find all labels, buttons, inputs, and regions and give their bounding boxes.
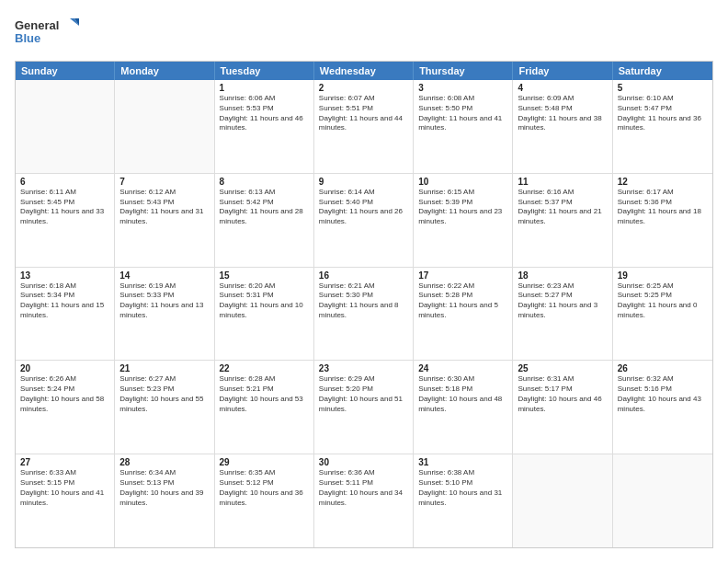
header-day: Sunday	[16, 62, 115, 80]
cell-info: Sunrise: 6:36 AM Sunset: 5:11 PM Dayligh…	[319, 468, 408, 508]
cell-info: Sunrise: 6:27 AM Sunset: 5:23 PM Dayligh…	[119, 374, 209, 414]
calendar-cell: 15Sunrise: 6:20 AM Sunset: 5:31 PM Dayli…	[215, 268, 314, 361]
calendar-cell: 12Sunrise: 6:17 AM Sunset: 5:36 PM Dayli…	[613, 174, 712, 267]
cell-info: Sunrise: 6:06 AM Sunset: 5:53 PM Dayligh…	[220, 94, 309, 133]
day-number: 13	[20, 270, 109, 281]
day-number: 28	[119, 457, 209, 467]
calendar-cell: 11Sunrise: 6:16 AM Sunset: 5:37 PM Dayli…	[513, 174, 612, 267]
calendar-cell: 9Sunrise: 6:14 AM Sunset: 5:40 PM Daylig…	[314, 174, 414, 267]
day-number: 10	[418, 177, 507, 187]
day-number: 26	[618, 363, 708, 373]
calendar-row: 6Sunrise: 6:11 AM Sunset: 5:45 PM Daylig…	[16, 174, 712, 268]
calendar-cell: 10Sunrise: 6:15 AM Sunset: 5:39 PM Dayli…	[414, 174, 513, 267]
day-number: 21	[119, 363, 209, 373]
header: General Blue	[15, 15, 713, 52]
header-day: Saturday	[613, 62, 712, 80]
calendar-cell: 18Sunrise: 6:23 AM Sunset: 5:27 PM Dayli…	[513, 268, 612, 361]
cell-info: Sunrise: 6:28 AM Sunset: 5:21 PM Dayligh…	[220, 374, 309, 414]
cell-info: Sunrise: 6:17 AM Sunset: 5:36 PM Dayligh…	[618, 188, 708, 227]
calendar-cell	[613, 454, 712, 547]
day-number: 20	[20, 363, 109, 373]
cell-info: Sunrise: 6:32 AM Sunset: 5:16 PM Dayligh…	[618, 374, 708, 414]
calendar-cell: 19Sunrise: 6:25 AM Sunset: 5:25 PM Dayli…	[613, 268, 712, 361]
cell-info: Sunrise: 6:35 AM Sunset: 5:12 PM Dayligh…	[220, 468, 309, 508]
day-number: 27	[20, 457, 109, 467]
calendar-cell: 7Sunrise: 6:12 AM Sunset: 5:43 PM Daylig…	[115, 174, 214, 267]
cell-info: Sunrise: 6:22 AM Sunset: 5:28 PM Dayligh…	[418, 282, 507, 321]
day-number: 25	[518, 363, 607, 373]
calendar-cell: 8Sunrise: 6:13 AM Sunset: 5:42 PM Daylig…	[215, 174, 314, 267]
calendar: SundayMondayTuesdayWednesdayThursdayFrid…	[15, 61, 713, 548]
calendar-row: 27Sunrise: 6:33 AM Sunset: 5:15 PM Dayli…	[16, 454, 712, 547]
calendar-cell: 13Sunrise: 6:18 AM Sunset: 5:34 PM Dayli…	[16, 268, 115, 361]
day-number: 19	[618, 270, 708, 281]
header-day: Friday	[513, 62, 612, 80]
calendar-cell: 17Sunrise: 6:22 AM Sunset: 5:28 PM Dayli…	[414, 268, 513, 361]
calendar-cell: 28Sunrise: 6:34 AM Sunset: 5:13 PM Dayli…	[115, 454, 214, 547]
calendar-cell: 21Sunrise: 6:27 AM Sunset: 5:23 PM Dayli…	[115, 361, 214, 454]
day-number: 6	[20, 177, 109, 187]
cell-info: Sunrise: 6:34 AM Sunset: 5:13 PM Dayligh…	[119, 468, 209, 508]
day-number: 14	[119, 270, 209, 281]
calendar-cell: 26Sunrise: 6:32 AM Sunset: 5:16 PM Dayli…	[613, 361, 712, 454]
svg-text:General: General	[15, 18, 59, 32]
cell-info: Sunrise: 6:20 AM Sunset: 5:31 PM Dayligh…	[220, 282, 309, 321]
header-day: Monday	[115, 62, 214, 80]
cell-info: Sunrise: 6:19 AM Sunset: 5:33 PM Dayligh…	[119, 282, 209, 321]
calendar-cell	[115, 80, 214, 173]
day-number: 16	[319, 270, 408, 281]
calendar-cell: 2Sunrise: 6:07 AM Sunset: 5:51 PM Daylig…	[314, 80, 414, 173]
day-number: 8	[220, 177, 309, 187]
calendar-cell: 3Sunrise: 6:08 AM Sunset: 5:50 PM Daylig…	[414, 80, 513, 173]
day-number: 29	[220, 457, 309, 467]
cell-info: Sunrise: 6:14 AM Sunset: 5:40 PM Dayligh…	[319, 188, 408, 227]
day-number: 9	[319, 177, 408, 187]
calendar-cell: 27Sunrise: 6:33 AM Sunset: 5:15 PM Dayli…	[16, 454, 115, 547]
day-number: 15	[220, 270, 309, 281]
cell-info: Sunrise: 6:31 AM Sunset: 5:17 PM Dayligh…	[518, 374, 607, 414]
calendar-cell: 30Sunrise: 6:36 AM Sunset: 5:11 PM Dayli…	[314, 454, 414, 547]
day-number: 17	[418, 270, 507, 281]
calendar-cell: 5Sunrise: 6:10 AM Sunset: 5:47 PM Daylig…	[613, 80, 712, 173]
calendar-cell: 20Sunrise: 6:26 AM Sunset: 5:24 PM Dayli…	[16, 361, 115, 454]
logo: General Blue	[15, 15, 79, 52]
calendar-cell: 14Sunrise: 6:19 AM Sunset: 5:33 PM Dayli…	[115, 268, 214, 361]
day-number: 7	[119, 177, 209, 187]
calendar-cell: 6Sunrise: 6:11 AM Sunset: 5:45 PM Daylig…	[16, 174, 115, 267]
svg-text:Blue: Blue	[15, 31, 40, 45]
cell-info: Sunrise: 6:38 AM Sunset: 5:10 PM Dayligh…	[418, 468, 507, 508]
calendar-cell: 31Sunrise: 6:38 AM Sunset: 5:10 PM Dayli…	[414, 454, 513, 547]
calendar-cell: 1Sunrise: 6:06 AM Sunset: 5:53 PM Daylig…	[215, 80, 314, 173]
calendar-header: SundayMondayTuesdayWednesdayThursdayFrid…	[16, 62, 712, 80]
cell-info: Sunrise: 6:29 AM Sunset: 5:20 PM Dayligh…	[319, 374, 408, 414]
cell-info: Sunrise: 6:07 AM Sunset: 5:51 PM Dayligh…	[319, 94, 408, 133]
day-number: 12	[618, 177, 708, 187]
calendar-row: 1Sunrise: 6:06 AM Sunset: 5:53 PM Daylig…	[16, 80, 712, 174]
cell-info: Sunrise: 6:08 AM Sunset: 5:50 PM Dayligh…	[418, 94, 507, 133]
day-number: 4	[518, 83, 607, 93]
day-number: 2	[319, 83, 408, 93]
day-number: 1	[220, 83, 309, 93]
cell-info: Sunrise: 6:18 AM Sunset: 5:34 PM Dayligh…	[20, 282, 109, 321]
calendar-cell: 4Sunrise: 6:09 AM Sunset: 5:48 PM Daylig…	[513, 80, 612, 173]
cell-info: Sunrise: 6:11 AM Sunset: 5:45 PM Dayligh…	[20, 188, 109, 227]
day-number: 5	[618, 83, 708, 93]
header-day: Thursday	[414, 62, 513, 80]
logo-svg: General Blue	[15, 15, 79, 52]
page: General Blue SundayMondayTuesdayWednesda…	[0, 0, 728, 563]
calendar-cell: 29Sunrise: 6:35 AM Sunset: 5:12 PM Dayli…	[215, 454, 314, 547]
cell-info: Sunrise: 6:30 AM Sunset: 5:18 PM Dayligh…	[418, 374, 507, 414]
calendar-row: 20Sunrise: 6:26 AM Sunset: 5:24 PM Dayli…	[16, 361, 712, 454]
day-number: 3	[418, 83, 507, 93]
header-day: Tuesday	[215, 62, 314, 80]
day-number: 30	[319, 457, 408, 467]
cell-info: Sunrise: 6:15 AM Sunset: 5:39 PM Dayligh…	[418, 188, 507, 227]
day-number: 24	[418, 363, 507, 373]
header-day: Wednesday	[314, 62, 414, 80]
day-number: 11	[518, 177, 607, 187]
calendar-body: 1Sunrise: 6:06 AM Sunset: 5:53 PM Daylig…	[16, 80, 712, 547]
cell-info: Sunrise: 6:33 AM Sunset: 5:15 PM Dayligh…	[20, 468, 109, 508]
cell-info: Sunrise: 6:10 AM Sunset: 5:47 PM Dayligh…	[618, 94, 708, 133]
cell-info: Sunrise: 6:23 AM Sunset: 5:27 PM Dayligh…	[518, 282, 607, 321]
calendar-cell: 16Sunrise: 6:21 AM Sunset: 5:30 PM Dayli…	[314, 268, 414, 361]
